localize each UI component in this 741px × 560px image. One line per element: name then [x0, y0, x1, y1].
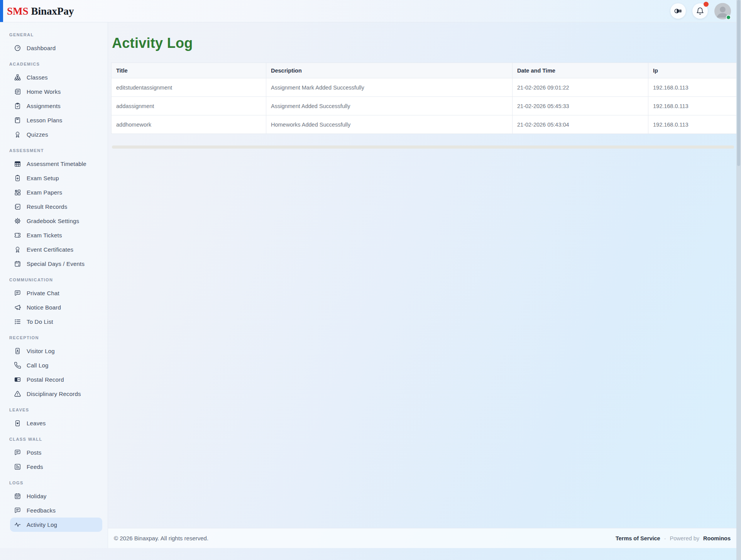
- sidebar-section-general: GENERALDashboard: [0, 32, 108, 55]
- activity-log-table: TitleDescriptionDate and TimeIp editstud…: [111, 63, 737, 134]
- sidebar-item-label: Classes: [27, 74, 48, 81]
- sidebar-item-assignments[interactable]: Assignments: [10, 99, 102, 113]
- calendar-event-icon: [14, 260, 21, 267]
- sidebar-item-result-records[interactable]: Result Records: [10, 200, 102, 214]
- sitemap-icon: [14, 74, 21, 81]
- sidebar-section-leaves: LEAVESLeaves: [0, 408, 108, 430]
- sidebar-item-exam-papers[interactable]: Exam Papers: [10, 185, 102, 200]
- checkbox-grid-icon: [14, 189, 21, 196]
- rss-icon: [14, 463, 21, 470]
- terms-of-service-link[interactable]: Terms of Service: [616, 535, 660, 541]
- chat-bubble-icon: [14, 449, 21, 456]
- powered-by-text: Powered by: [670, 535, 700, 541]
- notifications-button[interactable]: [692, 3, 708, 19]
- cell-ip: 192.168.0.113: [648, 78, 737, 97]
- column-header-title: Title: [112, 63, 266, 78]
- sidebar-item-disciplinary-records[interactable]: Disciplinary Records: [10, 387, 102, 401]
- cell-date-and-time: 21-02-2026 05:45:33: [513, 97, 648, 115]
- sidebar-item-label: Result Records: [27, 203, 67, 210]
- sidebar-item-gradebook-settings[interactable]: Gradebook Settings: [10, 214, 102, 228]
- sidebar-item-exam-tickets[interactable]: Exam Tickets: [10, 228, 102, 242]
- sidebar-item-leaves[interactable]: Leaves: [10, 416, 102, 430]
- online-status-dot: [726, 15, 731, 20]
- notepad-check-icon: [14, 203, 21, 210]
- sidebar-section-title: COMMUNICATION: [0, 277, 108, 282]
- cell-ip: 192.168.0.113: [648, 97, 737, 115]
- table-row: addassignmentAssignment Added Successful…: [112, 97, 737, 115]
- chat-bubble-icon: [14, 507, 21, 514]
- vertical-scrollbar[interactable]: [736, 0, 741, 560]
- app-header: SMSBinaxPay: [0, 0, 736, 22]
- cell-title: addhomework: [112, 115, 266, 134]
- sidebar-item-activity-log[interactable]: Activity Log: [10, 518, 102, 532]
- sidebar-item-label: Postal Record: [27, 376, 64, 383]
- footer-separator: ·: [664, 535, 666, 541]
- sidebar-item-label: Visitor Log: [27, 348, 55, 354]
- sidebar-item-dashboard[interactable]: Dashboard: [10, 41, 102, 55]
- sidebar-item-to-do-list[interactable]: To Do List: [10, 315, 102, 329]
- sidebar-item-exam-setup[interactable]: Exam Setup: [10, 171, 102, 185]
- page-title: Activity Log: [112, 35, 733, 51]
- sidebar-item-label: Notice Board: [27, 304, 61, 311]
- bell-icon: [696, 7, 704, 15]
- vertical-scrollbar-thumb[interactable]: [737, 0, 740, 166]
- gear-icon: [14, 217, 21, 225]
- sidebar-item-lesson-plans[interactable]: Lesson Plans: [10, 113, 102, 127]
- sidebar-item-classes[interactable]: Classes: [10, 70, 102, 85]
- user-avatar[interactable]: [714, 3, 731, 19]
- sidebar-section-title: RECEPTION: [0, 335, 108, 340]
- sidebar-section-academics: ACADEMICSClassesHome WorksAssignmentsLes…: [0, 62, 108, 142]
- sidebar-item-label: Lesson Plans: [27, 117, 62, 124]
- sidebar-item-label: Leaves: [27, 420, 46, 426]
- theme-toggle-button[interactable]: [670, 3, 686, 19]
- megaphone-icon: [14, 304, 21, 311]
- sidebar-item-notice-board[interactable]: Notice Board: [10, 300, 102, 315]
- sidebar-item-holiday[interactable]: Holiday: [10, 489, 102, 503]
- logo-prefix: SMS: [7, 5, 29, 17]
- sidebar-item-special-days-events[interactable]: Special Days / Events: [10, 257, 102, 271]
- notebook-icon: [14, 88, 21, 95]
- sidebar-item-postal-record[interactable]: Postal Record: [10, 372, 102, 387]
- sidebar-item-label: Dashboard: [27, 45, 56, 51]
- cell-description: Homeworks Added Successfully: [266, 115, 513, 134]
- sidebar-item-feeds[interactable]: Feeds: [10, 460, 102, 474]
- sidebar-item-label: Home Works: [27, 88, 61, 95]
- sidebar-section-communication: COMMUNICATIONPrivate ChatNotice BoardTo …: [0, 277, 108, 329]
- cell-ip: 192.168.0.113: [648, 115, 737, 134]
- sidebar-item-home-works[interactable]: Home Works: [10, 85, 102, 99]
- sidebar-item-quizzes[interactable]: Quizzes: [10, 127, 102, 142]
- sidebar-item-call-log[interactable]: Call Log: [10, 358, 102, 372]
- sidebar-item-label: To Do List: [27, 318, 53, 325]
- sidebar-item-visitor-log[interactable]: Visitor Log: [10, 344, 102, 358]
- sidebar-section-title: GENERAL: [0, 32, 108, 37]
- sidebar-item-private-chat[interactable]: Private Chat: [10, 286, 102, 300]
- sidebar-item-posts[interactable]: Posts: [10, 445, 102, 460]
- main-content: Activity Log TitleDescriptionDate and Ti…: [108, 22, 736, 548]
- sidebar-item-feedbacks[interactable]: Feedbacks: [10, 503, 102, 518]
- warning-triangle-icon: [14, 390, 21, 398]
- medal-icon: [14, 246, 21, 253]
- sidebar-item-label: Gradebook Settings: [27, 218, 79, 224]
- table-header-row: TitleDescriptionDate and TimeIp: [112, 63, 737, 78]
- logo-name: BinaxPay: [31, 5, 74, 17]
- contrast-sun-icon: [674, 7, 682, 15]
- app-logo[interactable]: SMSBinaxPay: [7, 5, 74, 17]
- mailbox-icon: [14, 376, 21, 383]
- cell-title: addassignment: [112, 97, 266, 115]
- footer: © 2026 Binaxpay. All rights reserved. Te…: [108, 528, 736, 548]
- copyright-text: © 2026 Binaxpay. All rights reserved.: [114, 535, 208, 541]
- footer-links: Terms of Service · Powered by Roominos: [616, 535, 731, 541]
- sidebar-item-event-certificates[interactable]: Event Certificates: [10, 242, 102, 257]
- horizontal-scrollbar[interactable]: [112, 145, 734, 149]
- sidebar-item-assessment-timetable[interactable]: Assessment Timetable: [10, 157, 102, 171]
- sidebar-section-class-wall: CLASS WALLPostsFeeds: [0, 437, 108, 474]
- sidebar-item-label: Holiday: [27, 493, 46, 499]
- sidebar-section-title: ACADEMICS: [0, 62, 108, 66]
- phone-icon: [14, 362, 21, 369]
- sidebar-section-reception: RECEPTIONVisitor LogCall LogPostal Recor…: [0, 335, 108, 401]
- powered-brand-link[interactable]: Roominos: [703, 535, 731, 541]
- notification-badge-dot: [704, 2, 709, 7]
- column-header-description: Description: [266, 63, 513, 78]
- dashboard-icon: [14, 44, 21, 52]
- sidebar-section-title: LOGS: [0, 480, 108, 485]
